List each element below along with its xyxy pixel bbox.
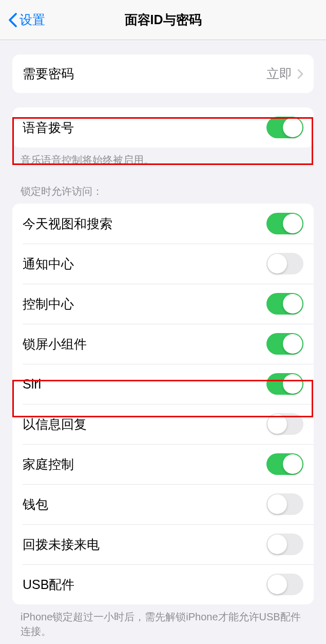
row-lock-item: 回拨未接来电 bbox=[12, 524, 314, 564]
row-lock-item: 锁屏小组件 bbox=[12, 324, 314, 364]
group-voice-dial: 语音拨号 音乐语音控制将始终被启用。 bbox=[0, 107, 326, 167]
toggle-lock-item[interactable] bbox=[266, 413, 303, 435]
toggle-voice-dial[interactable] bbox=[266, 117, 303, 138]
page-title: 面容ID与密码 bbox=[125, 11, 202, 28]
group-passcode: 需要密码 立即 bbox=[0, 54, 326, 93]
toggle-lock-item[interactable] bbox=[266, 293, 303, 315]
row-label: 今天视图和搜索 bbox=[23, 215, 112, 232]
header: 设置 面容ID与密码 bbox=[0, 0, 326, 40]
toggle-lock-item[interactable] bbox=[266, 373, 303, 395]
row-lock-item: 钱包 bbox=[12, 484, 314, 524]
row-require-passcode[interactable]: 需要密码 立即 bbox=[12, 54, 314, 93]
lock-access-list: 今天视图和搜索通知中心控制中心锁屏小组件Siri以信息回复家庭控制钱包回拨未接来… bbox=[12, 204, 314, 604]
row-label: 通知中心 bbox=[23, 255, 74, 272]
row-label: 锁屏小组件 bbox=[23, 336, 87, 353]
toggle-lock-item[interactable] bbox=[266, 533, 303, 555]
value-text: 立即 bbox=[266, 65, 292, 82]
chevron-left-icon bbox=[8, 12, 17, 28]
toggle-knob bbox=[283, 454, 302, 474]
section-header-lock: 锁定时允许访问： bbox=[0, 185, 326, 204]
row-value: 立即 bbox=[266, 65, 303, 82]
toggle-knob bbox=[267, 575, 287, 594]
toggle-knob bbox=[267, 414, 287, 434]
toggle-lock-item[interactable] bbox=[266, 574, 303, 595]
row-label: 回拨未接来电 bbox=[23, 536, 100, 553]
back-label: 设置 bbox=[20, 11, 45, 28]
row-lock-item: 家庭控制 bbox=[12, 444, 314, 484]
row-label: USB配件 bbox=[23, 576, 74, 593]
row-lock-item: 控制中心 bbox=[12, 284, 314, 324]
row-label: 语音拨号 bbox=[23, 119, 74, 136]
toggle-knob bbox=[283, 294, 302, 314]
toggle-lock-item[interactable] bbox=[266, 333, 303, 355]
row-lock-item: 今天视图和搜索 bbox=[12, 204, 314, 244]
toggle-lock-item[interactable] bbox=[266, 493, 303, 515]
toggle-lock-item[interactable] bbox=[266, 213, 303, 234]
row-lock-item: 以信息回复 bbox=[12, 404, 314, 444]
row-lock-item: Siri bbox=[12, 364, 314, 404]
chevron-right-icon bbox=[297, 69, 303, 79]
toggle-knob bbox=[283, 374, 302, 394]
toggle-lock-item[interactable] bbox=[266, 253, 303, 274]
row-label: Siri bbox=[23, 377, 41, 392]
row-voice-dial: 语音拨号 bbox=[12, 107, 314, 148]
row-lock-item: USB配件 bbox=[12, 564, 314, 604]
content: 需要密码 立即 语音拨号 音乐语音控制将始终被启用。 锁定时允许访问： 今天视图… bbox=[0, 54, 326, 638]
row-lock-item: 通知中心 bbox=[12, 244, 314, 284]
row-label: 控制中心 bbox=[23, 296, 74, 312]
toggle-knob bbox=[267, 254, 287, 273]
toggle-knob bbox=[267, 494, 287, 514]
toggle-knob bbox=[267, 535, 287, 554]
row-label: 钱包 bbox=[23, 496, 48, 513]
toggle-knob bbox=[283, 334, 302, 354]
toggle-knob bbox=[283, 214, 302, 233]
row-label: 需要密码 bbox=[23, 65, 74, 82]
back-button[interactable]: 设置 bbox=[8, 11, 45, 28]
row-label: 家庭控制 bbox=[23, 456, 74, 473]
toggle-knob bbox=[283, 118, 302, 137]
footer-voice-dial: 音乐语音控制将始终被启用。 bbox=[0, 148, 326, 167]
row-label: 以信息回复 bbox=[23, 416, 87, 433]
footer-lock-access: iPhone锁定超过一小时后，需先解锁iPhone才能允许USB配件连接。 bbox=[0, 604, 326, 638]
toggle-lock-item[interactable] bbox=[266, 453, 303, 475]
